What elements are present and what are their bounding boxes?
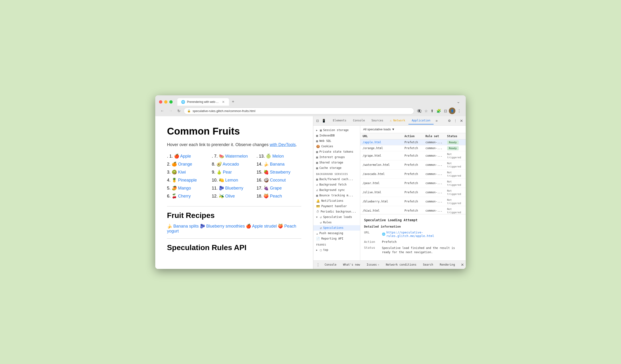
tab-application[interactable]: Application	[408, 117, 433, 124]
eye-slash-button[interactable]: 👁‍🗨	[416, 108, 423, 114]
fruit-link[interactable]: Melon	[272, 154, 284, 158]
sidebar-item-bg-sync[interactable]: ↺ Background sync	[313, 187, 360, 193]
fruit-link[interactable]: Cherry	[178, 194, 191, 198]
fruit-link[interactable]: Blueberry	[225, 186, 243, 191]
fruit-link[interactable]: Mango	[178, 186, 191, 191]
extensions-button[interactable]: 🧩	[435, 108, 442, 114]
bottom-tab-console[interactable]: Console	[322, 262, 339, 268]
table-row[interactable]: /orange.htmlPrefetchcommon-...Ready	[360, 145, 466, 151]
sidebar-item-bg-fetch[interactable]: ↺ Background fetch	[313, 182, 360, 187]
devtools-more-tabs-button[interactable]: »	[433, 118, 439, 124]
browser-more-button[interactable]: ⋮	[456, 108, 462, 114]
forward-button[interactable]: →	[168, 108, 174, 114]
col-header-url: URL	[360, 133, 402, 139]
sidebar-item-periodic-bg[interactable]: ⏱ Periodic backgroun...	[313, 209, 360, 214]
recipe-link[interactable]: 🍎 Apple strudel	[246, 224, 277, 228]
issues-tab-close-icon[interactable]: ✕	[378, 263, 379, 266]
sidebar-label-bg-sync: Background sync	[319, 188, 345, 192]
spec-filter-dropdown[interactable]: All speculative loads ▼	[363, 127, 395, 131]
sidebar-item-cookies[interactable]: 🍪 Cookies	[313, 144, 360, 149]
url-value[interactable]: https://speculative-rules.glitch.me/appl…	[382, 231, 462, 238]
sidebar-item-rules[interactable]: ↺ Rules	[313, 220, 360, 225]
table-row[interactable]: /olive.htmlPrefetchcommon-...Not trigger…	[360, 188, 466, 197]
fruit-link[interactable]: Banana	[270, 162, 284, 167]
status-value: Speculative load finished and the result…	[382, 246, 462, 254]
table-cell-url: /orange.html	[360, 145, 402, 151]
cache-storage-icon: ▦	[316, 166, 318, 170]
bottom-tab-rendering[interactable]: Rendering	[437, 262, 458, 268]
bottom-tab-network-conditions[interactable]: Network conditions	[383, 262, 419, 268]
bottom-tab-whats-new[interactable]: What's new	[340, 262, 363, 268]
table-row[interactable]: /kiwi.htmlPrefetchcommon-...Not triggere…	[360, 206, 466, 214]
table-row[interactable]: /apple.htmlPrefetchcommon-...Ready	[360, 139, 466, 145]
back-button[interactable]: ←	[159, 108, 166, 114]
sidebar-item-web-sql[interactable]: ▦ Web SQL	[313, 138, 360, 144]
fruit-link[interactable]: Orange	[178, 162, 192, 167]
tab-close-button[interactable]: ✕	[222, 100, 225, 104]
new-tab-button[interactable]: +	[230, 98, 236, 105]
sidebar-item-back-forward[interactable]: ▦ Back/forward cach...	[313, 177, 360, 182]
sidebar-item-push-messaging[interactable]: ☁ Push messaging	[313, 231, 360, 236]
devtools-device-button[interactable]: 📱	[321, 118, 327, 123]
fruit-link[interactable]: Lemon	[225, 178, 238, 182]
fruit-link[interactable]: Pear	[223, 170, 232, 174]
fruit-link[interactable]: Kiwi	[178, 170, 186, 174]
tab-console[interactable]: Console	[350, 117, 368, 124]
table-row[interactable]: /pear.htmlPrefetchcommon-...Not triggere…	[360, 178, 466, 188]
active-tab[interactable]: 🌐 Prerendering with web-vitals... ✕	[177, 98, 229, 106]
fruit-link[interactable]: Peach	[270, 194, 282, 198]
sidebar-item-shared-storage[interactable]: ▦ Shared storage	[313, 160, 360, 165]
sidebar-item-speculations[interactable]: ↺ Speculations	[313, 225, 360, 231]
sidebar-item-bounce-tracking[interactable]: ▦ Bounce tracking m...	[313, 193, 360, 198]
download-button[interactable]: ⬆	[430, 108, 434, 114]
sidebar-item-session-storage[interactable]: ▶ ▦ Session storage	[313, 127, 360, 133]
sidebar-item-speculative-loads[interactable]: ▼ ↺ Speculative loads	[313, 214, 360, 220]
sidebar-item-payment-handler[interactable]: 💳 Payment handler	[313, 204, 360, 209]
fruit-link[interactable]: Pineapple	[178, 178, 197, 182]
bookmark-button[interactable]: ☆	[423, 108, 429, 114]
bottom-bar-close-button[interactable]: ✕	[461, 262, 464, 267]
split-view-button[interactable]: ⊡	[443, 108, 448, 114]
sidebar-item-frames-top[interactable]: ▶ ▢ top	[313, 247, 360, 253]
tab-elements[interactable]: Elements	[329, 117, 350, 124]
table-row[interactable]: /watermelon.htmlPrefetchcommon-...Not tr…	[360, 160, 466, 169]
tab-network[interactable]: ⚠ Network	[387, 117, 408, 124]
bottom-tab-issues[interactable]: Issues ✕	[364, 262, 382, 268]
fruit-link[interactable]: Olive	[225, 194, 235, 198]
devtools-close-button[interactable]: ✕	[459, 118, 464, 124]
sidebar-item-notifications[interactable]: 🔔 Notifications	[313, 198, 360, 204]
maximize-traffic-light[interactable]	[169, 100, 173, 104]
fruit-link[interactable]: Grape	[270, 186, 282, 191]
recipe-link[interactable]: 🫐 Blueberry smoothies	[200, 224, 245, 228]
tab-sources[interactable]: Sources	[368, 117, 387, 124]
tab-expand-button[interactable]: ⌄	[455, 98, 462, 105]
fruit-link[interactable]: Apple	[180, 154, 191, 158]
page-title: Common Fruits	[167, 126, 301, 137]
devtools-settings-button[interactable]: ⚙	[447, 118, 452, 123]
sidebar-item-reporting-api[interactable]: 📄 Reporting API	[313, 236, 360, 242]
table-row[interactable]: /avocado.htmlPrefetchcommon-...Not trigg…	[360, 169, 466, 178]
table-row[interactable]: /blueberry.htmlPrefetchcommon-...Not tri…	[360, 197, 466, 206]
table-cell-status: Not triggered	[445, 151, 466, 160]
recipe-link[interactable]: 🍌 Banana splits	[167, 224, 199, 228]
profile-avatar[interactable]: 👤	[449, 107, 455, 114]
devtools-more-button[interactable]: ⋮	[453, 118, 458, 123]
sidebar-item-indexeddb[interactable]: ▦ IndexedDB	[313, 133, 360, 138]
devtools-inspect-button[interactable]: ⊡	[315, 118, 320, 123]
sidebar-item-interest-groups[interactable]: ▦ Interest groups	[313, 155, 360, 160]
spec-filter-bar: All speculative loads ▼	[360, 126, 466, 133]
minimize-traffic-light[interactable]	[164, 100, 168, 104]
sidebar-item-private-state[interactable]: ▦ Private state tokens	[313, 149, 360, 155]
sidebar-item-cache-storage[interactable]: ▦ Cache storage	[313, 165, 360, 171]
fruit-link[interactable]: Strawberry	[270, 170, 290, 174]
reload-button[interactable]: ↻	[176, 108, 182, 114]
fruit-link[interactable]: Watermelon	[225, 154, 248, 158]
close-traffic-light[interactable]	[159, 100, 162, 104]
table-row[interactable]: /grape.htmlPrefetchcommon-...Not trigger…	[360, 151, 466, 160]
fruit-link[interactable]: Avocado	[223, 162, 239, 167]
fruit-link[interactable]: Coconut	[270, 178, 286, 182]
devtools-link[interactable]: with DevTools	[270, 142, 296, 147]
bottom-tab-search[interactable]: Search	[420, 262, 436, 268]
address-bar[interactable]: 🔒 speculative-rules.glitch.me/common-fru…	[184, 107, 414, 114]
bottom-bar-menu-button[interactable]: ⋮	[315, 262, 321, 268]
